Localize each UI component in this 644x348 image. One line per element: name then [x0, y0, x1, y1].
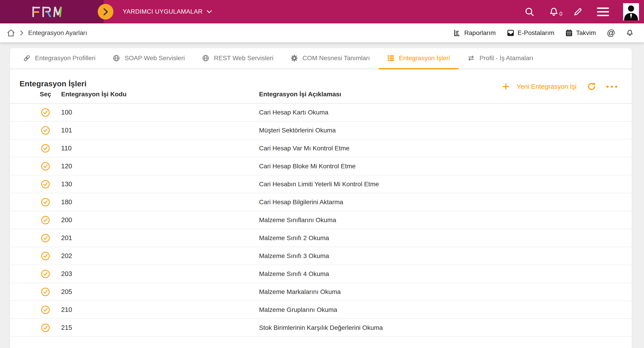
- column-header-select: Seç: [40, 91, 51, 98]
- helper-apps-menu[interactable]: YARDIMCI UYGULAMALAR: [123, 0, 212, 23]
- job-code-cell: 180: [59, 198, 259, 206]
- helper-apps-menu-label: YARDIMCI UYGULAMALAR: [123, 8, 203, 15]
- topbar-actions: 0: [524, 0, 639, 23]
- job-description-cell: Malzeme Sınıflarını Okuma: [259, 217, 632, 224]
- tab-entegrasyon-isleri[interactable]: Entegrasyon İşleri: [378, 48, 458, 69]
- job-description-cell: Cari Hesap Bilgilerini Aktarma: [259, 199, 632, 206]
- check-circle-icon: [41, 179, 50, 189]
- table-row[interactable]: 200 Malzeme Sınıflarını Okuma: [10, 211, 632, 229]
- calendar-icon: [565, 29, 573, 37]
- list-icon: [387, 54, 394, 62]
- tab-com-nesnesi-tanimlari[interactable]: COM Nesnesi Tanımları: [282, 48, 378, 69]
- select-row-button[interactable]: [41, 144, 50, 153]
- link-icon: [23, 54, 30, 62]
- tab-entegrasyon-profilleri[interactable]: Entegrasyon Profilleri: [14, 48, 104, 69]
- table-row[interactable]: 101 Müşteri Sektörlerini Okuma: [10, 121, 632, 139]
- select-row-button[interactable]: [41, 179, 50, 189]
- check-circle-icon: [41, 108, 50, 117]
- table-row[interactable]: 203 Malzeme Sınıfı 4 Okuma: [10, 265, 632, 283]
- table-row[interactable]: 201 Malzeme Sınıfı 2 Okuma: [10, 229, 632, 247]
- quick-links: Raporlarım E-Postalarım Takvim @: [453, 28, 634, 38]
- refresh-button[interactable]: [587, 82, 596, 91]
- notifications-bell-icon[interactable]: 0: [549, 6, 559, 17]
- main-menu-icon[interactable]: [597, 7, 609, 16]
- tab-label: Entegrasyon İşleri: [399, 54, 450, 62]
- job-code-cell: 210: [59, 306, 259, 314]
- job-code-cell: 200: [59, 216, 259, 224]
- select-row-button[interactable]: [41, 305, 50, 315]
- chevron-right-icon: [103, 8, 108, 16]
- my-reports-label: Raporlarım: [464, 29, 496, 36]
- page-title: Entegrasyon İşleri: [20, 79, 86, 88]
- select-row-button[interactable]: [41, 108, 50, 117]
- tab-label: Entegrasyon Profilleri: [35, 54, 96, 62]
- job-code-cell: 110: [59, 144, 259, 152]
- tab-soap-web-servisleri[interactable]: SOAP Web Servisleri: [104, 48, 194, 69]
- job-description-cell: Malzeme Gruplarını Okuma: [259, 306, 632, 314]
- job-code-cell: 202: [59, 252, 259, 260]
- select-row-button[interactable]: [41, 269, 50, 279]
- job-description-cell: Cari Hesap Var Mı Kontrol Etme: [259, 145, 632, 152]
- sidebar-expand-button[interactable]: [98, 4, 114, 19]
- job-code-cell: 101: [59, 126, 259, 134]
- job-description-cell: Malzeme Sınıfı 2 Okuma: [259, 234, 632, 242]
- home-icon[interactable]: [6, 28, 16, 37]
- select-row-button[interactable]: [41, 287, 50, 297]
- my-emails-link[interactable]: E-Postalarım: [507, 29, 554, 37]
- my-reports-link[interactable]: Raporlarım: [453, 29, 496, 37]
- more-options-button[interactable]: [606, 86, 617, 88]
- table-row[interactable]: 130 Cari Hesabın Limiti Yeterli Mi Kontr…: [10, 175, 632, 193]
- table-row[interactable]: 202 Malzeme Sınıfı 3 Okuma: [10, 247, 632, 265]
- job-description-cell: Cari Hesabın Limiti Yeterli Mi Kontrol E…: [259, 181, 632, 188]
- inbox-icon: [507, 29, 514, 37]
- tab-label: SOAP Web Servisleri: [124, 54, 185, 62]
- check-circle-icon: [41, 323, 50, 333]
- calendar-link[interactable]: Takvim: [565, 29, 596, 37]
- settings-tabbar: Entegrasyon Profilleri SOAP Web Servisle…: [10, 48, 632, 69]
- new-integration-job-label: Yeni Entegrasyon İşi: [517, 83, 576, 90]
- table-row[interactable]: 120 Cari Hesap Bloke Mi Kontrol Etme: [10, 157, 632, 175]
- select-row-button[interactable]: [41, 215, 50, 225]
- calendar-label: Takvim: [576, 29, 596, 36]
- check-circle-icon: [41, 305, 50, 315]
- select-row-button[interactable]: [41, 233, 50, 243]
- integration-jobs-table: Seç Entegrasyon İşi Kodu Entegrasyon İşi…: [10, 85, 632, 337]
- tab-profil-is-atamalari[interactable]: Profil - İş Atamaları: [458, 48, 542, 69]
- column-header-code: Entegrasyon İşi Kodu: [59, 91, 259, 98]
- chevron-down-icon: [207, 10, 212, 13]
- tab-rest-web-servisleri[interactable]: REST Web Servisleri: [194, 48, 282, 69]
- alerts-bell-icon[interactable]: [626, 29, 634, 37]
- job-code-cell: 201: [59, 234, 259, 242]
- select-row-button[interactable]: [41, 161, 50, 171]
- user-avatar[interactable]: [623, 3, 639, 21]
- notification-count: 0: [560, 11, 562, 17]
- table-row[interactable]: 210 Malzeme Gruplarını Okuma: [10, 301, 632, 319]
- table-row[interactable]: 110 Cari Hesap Var Mı Kontrol Etme: [10, 139, 632, 157]
- new-integration-job-button[interactable]: Yeni Entegrasyon İşi: [502, 82, 576, 91]
- table-row[interactable]: 215 Stok Birimlerinin Karşılık Değerleri…: [10, 319, 632, 337]
- check-circle-icon: [41, 215, 50, 225]
- job-description-cell: Cari Hesap Bloke Mi Kontrol Etme: [259, 163, 632, 170]
- check-circle-icon: [41, 269, 50, 279]
- job-code-cell: 100: [59, 109, 259, 116]
- search-icon[interactable]: [524, 6, 535, 17]
- select-row-button[interactable]: [41, 251, 50, 261]
- edit-pencil-icon[interactable]: [573, 7, 583, 17]
- breadcrumb: Entegrasyon Ayarları: [6, 28, 87, 37]
- job-description-cell: Müşteri Sektörlerini Okuma: [259, 127, 632, 134]
- select-row-button[interactable]: [41, 323, 50, 333]
- top-navigation-bar: YARDIMCI UYGULAMALAR 0: [0, 0, 644, 23]
- job-code-cell: 120: [59, 162, 259, 170]
- bar-chart-icon: [453, 29, 461, 37]
- mentions-at-icon[interactable]: @: [607, 28, 615, 38]
- table-row[interactable]: 205 Malzeme Markalarını Okuma: [10, 283, 632, 301]
- refresh-icon: [587, 82, 596, 91]
- select-row-button[interactable]: [41, 197, 50, 207]
- select-row-button[interactable]: [41, 126, 50, 135]
- table-row[interactable]: 180 Cari Hesap Bilgilerini Aktarma: [10, 193, 632, 211]
- check-circle-icon: [41, 287, 50, 297]
- table-row[interactable]: 100 Cari Hesap Kartı Okuma: [10, 104, 632, 121]
- table-actions: Yeni Entegrasyon İşi: [502, 82, 617, 91]
- check-circle-icon: [41, 197, 50, 207]
- section-header: Entegrasyon İşleri Yeni Entegrasyon İşi: [10, 69, 632, 80]
